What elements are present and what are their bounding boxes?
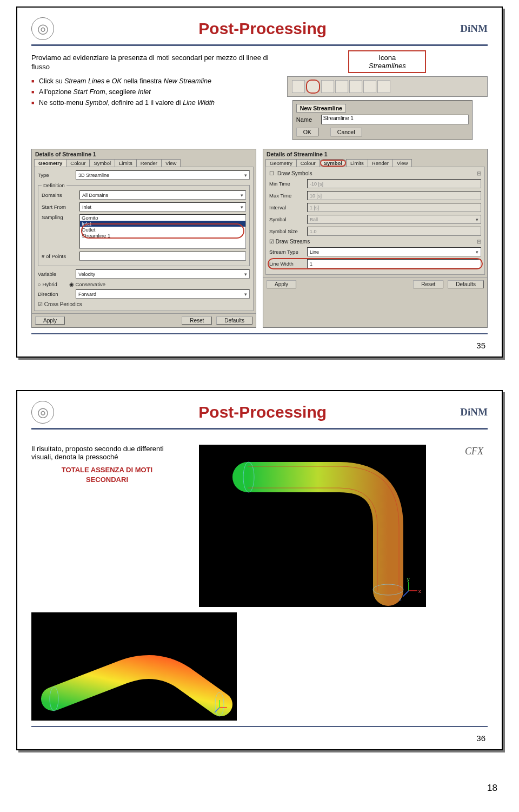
row-interval: Interval 1 [s]	[269, 203, 481, 212]
tab-symbol[interactable]: Symbol	[89, 159, 115, 167]
list-item[interactable]: Gomito	[80, 215, 245, 221]
reset-button[interactable]: Reset	[413, 280, 443, 288]
pipe-elbow-icon: x y z	[199, 445, 426, 607]
slide-header: Post-Processing DiNM	[31, 17, 488, 40]
direction-dropdown[interactable]: Forward	[76, 289, 250, 299]
row-symsize: Symbol Size 1.0	[269, 227, 481, 236]
radio-hybrid[interactable]: Hybrid	[38, 281, 57, 287]
ok-button[interactable]: OK	[296, 128, 318, 136]
draw-streams-check[interactable]: Draw Streams	[269, 239, 310, 245]
row-listbox: Sampling Gomito Inlet Outlet Streamline …	[42, 214, 246, 249]
row-draw-symbols: ☐ Draw Symbols ⊟	[269, 170, 481, 176]
apply-button[interactable]: Apply	[267, 280, 296, 288]
seal-icon	[31, 17, 54, 40]
cfx-watermark: CFX	[465, 446, 483, 457]
variable-label: Variable	[38, 271, 72, 277]
defaults-button[interactable]: Defaults	[448, 280, 484, 288]
slide-number: 36	[31, 730, 488, 744]
list-item[interactable]: Outlet	[80, 227, 245, 233]
apply-button[interactable]: Apply	[35, 316, 65, 325]
bullet-list: Click su Stream Lines e OK nella finestr…	[31, 77, 280, 107]
interval-input: 1 [s]	[307, 203, 481, 212]
b3-i2: Line Width	[183, 99, 215, 107]
linewidth-label: Line Width	[269, 261, 304, 267]
tab-view[interactable]: View	[392, 159, 412, 167]
b2-i2: Inlet	[138, 88, 151, 96]
bullet-2: All'opzione Start From, scegliere Inlet	[31, 88, 280, 96]
cancel-button[interactable]: Cancel	[330, 128, 362, 136]
rule-top	[31, 44, 488, 46]
tab-colour[interactable]: Colour	[296, 159, 320, 167]
domains-dropdown[interactable]: All Domains	[79, 190, 246, 200]
list-item-selected[interactable]: Inlet	[80, 221, 245, 227]
panel-body: Type 3D Streamline Definition Domains Al…	[34, 167, 254, 311]
svg-text:y: y	[407, 577, 410, 582]
tab-view[interactable]: View	[161, 159, 181, 167]
row-points: # of Points	[42, 252, 246, 261]
streamlines-icon[interactable]	[306, 80, 320, 94]
svg-text:x: x	[418, 589, 421, 594]
bullet-1: Click su Stream Lines e OK nella finestr…	[31, 77, 280, 85]
content-right: Icona Streamlines New Streamline Name St…	[287, 50, 488, 140]
b1-i1: Stream Lines	[64, 77, 104, 85]
row-variable: Variable Velocity	[38, 269, 250, 279]
slide-number: 35	[31, 338, 488, 351]
tab-symbol[interactable]: Symbol	[320, 159, 347, 167]
callout-line2: Streamlines	[369, 62, 406, 70]
slide-header: Post-Processing DiNM	[31, 401, 488, 424]
startfrom-listbox[interactable]: Gomito Inlet Outlet Streamline 1	[79, 214, 246, 249]
tab-render[interactable]: Render	[368, 159, 393, 167]
tab-geometry[interactable]: Geometry	[34, 159, 66, 167]
panel-buttonbar: Apply Reset Defaults	[32, 313, 256, 327]
tab-geometry[interactable]: Geometry	[265, 159, 297, 167]
cross-periodics-check[interactable]: Cross Periodics	[38, 301, 250, 307]
radio-conservative[interactable]: Conservative	[69, 281, 105, 287]
rule-bottom	[31, 726, 488, 727]
toolbar-button[interactable]	[377, 80, 390, 93]
points-input[interactable]	[79, 252, 246, 261]
b3-pre: Ne sotto-menu	[39, 99, 85, 107]
toolbar-button[interactable]	[335, 80, 348, 93]
tab-render[interactable]: Render	[136, 159, 162, 167]
panel-body: ☐ Draw Symbols ⊟ Min Time -10 [s] Max Ti…	[265, 167, 485, 275]
variable-dropdown[interactable]: Velocity	[76, 269, 250, 279]
details-panel-geometry: Details of Streamline 1 Geometry Colour …	[31, 149, 256, 328]
name-field[interactable]: Streamline 1	[321, 115, 469, 124]
panel-title: Details of Streamline 1	[32, 149, 256, 159]
definition-group: Definition Domains All Domains Start Fro…	[38, 182, 250, 266]
emph-line2: SECONDARI	[86, 476, 128, 484]
maxtime-label: Max Time	[269, 193, 304, 199]
defaults-button[interactable]: Defaults	[216, 316, 252, 325]
details-panels: Details of Streamline 1 Geometry Colour …	[31, 149, 488, 328]
draw-symbols-check[interactable]: ☐	[269, 170, 274, 176]
toolbar-button[interactable]	[363, 80, 376, 93]
tab-limits[interactable]: Limits	[346, 159, 368, 167]
seal-icon	[31, 401, 54, 424]
b1-i2: OK	[112, 77, 122, 85]
row-direction: Direction Forward	[38, 289, 250, 299]
result-emphasis: TOTALE ASSENZA DI MOTI SECONDARI	[31, 465, 183, 484]
list-item[interactable]: Streamline 1	[80, 233, 245, 239]
logo-text: DiNM	[460, 23, 488, 35]
symsize-input: 1.0	[307, 227, 481, 236]
tab-limits[interactable]: Limits	[115, 159, 137, 167]
slide-title: Post-Processing	[65, 19, 460, 38]
toolbar-button[interactable]	[292, 80, 305, 93]
tab-colour[interactable]: Colour	[66, 159, 90, 167]
type-dropdown[interactable]: 3D Streamline	[76, 170, 250, 180]
b1-post: nella finestra	[122, 77, 164, 85]
startfrom-dropdown[interactable]: Inlet	[79, 202, 246, 212]
startfrom-label: Start From	[42, 204, 76, 210]
reset-button[interactable]: Reset	[182, 316, 212, 325]
mintime-label: Min Time	[269, 181, 304, 187]
linewidth-input[interactable]: 1	[307, 259, 481, 268]
toolbar-button[interactable]	[349, 80, 362, 93]
panel-buttonbar: Apply Reset Defaults	[263, 277, 487, 291]
new-streamline-dialog: New Streamline Name Streamline 1 OK Canc…	[292, 100, 473, 140]
dialog-buttons: OK Cancel	[296, 128, 469, 136]
panel-title: Details of Streamline 1	[263, 149, 487, 159]
toolbar-button[interactable]	[321, 80, 334, 93]
b2-i1: Start From	[74, 88, 105, 96]
symbol-dropdown: Ball	[307, 215, 481, 224]
stype-dropdown[interactable]: Line	[307, 247, 481, 256]
